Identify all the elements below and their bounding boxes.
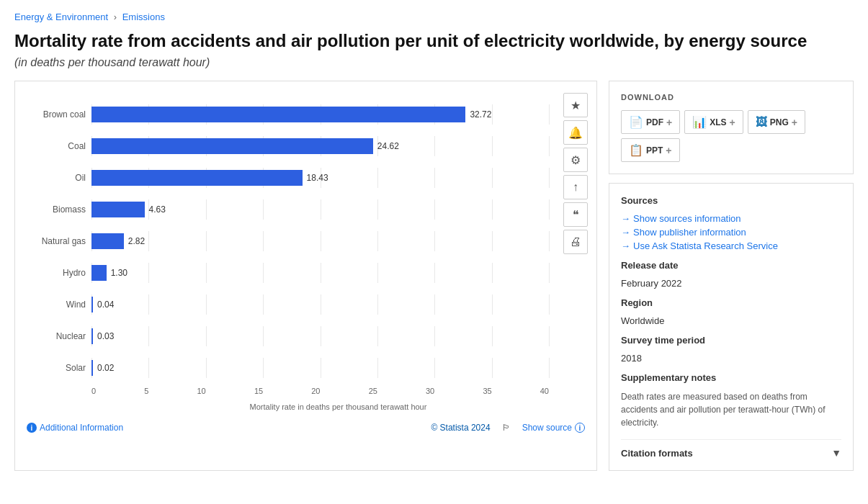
bar-fill — [91, 202, 145, 217]
bar-label: Biomass — [27, 204, 91, 215]
bar-value: 24.62 — [377, 141, 399, 151]
table-row: Oil18.43 — [27, 162, 549, 194]
sources-title: Sources — [621, 195, 841, 206]
table-row: Wind0.04 — [27, 289, 549, 320]
additional-info-link[interactable]: i Additional Information — [27, 423, 123, 433]
table-row: Hydro1.30 — [27, 257, 549, 289]
ppt-plus: + — [666, 145, 671, 156]
xls-icon: 📊 — [692, 115, 707, 129]
bar-label: Wind — [27, 300, 91, 310]
bar-value: 4.63 — [149, 204, 166, 215]
table-row: Biomass4.63 — [27, 194, 549, 225]
bar-track: 32.72 — [91, 104, 549, 125]
release-date-title: Release date — [621, 260, 841, 271]
gear-button[interactable]: ⚙ — [563, 148, 588, 172]
show-sources-info-link[interactable]: → Show sources information — [621, 213, 841, 224]
show-publisher-label: Show publisher information — [633, 227, 746, 238]
bar-track: 24.62 — [91, 136, 549, 156]
bar-value: 2.82 — [128, 236, 145, 246]
bookmark-icon: ★ — [571, 99, 581, 112]
citation-title: Citation formats — [621, 448, 693, 459]
bar-label: Nuclear — [27, 331, 91, 341]
quote-button[interactable]: ❝ — [563, 202, 588, 227]
release-date-value: February 2022 — [621, 278, 841, 289]
bar-label: Natural gas — [27, 236, 91, 246]
ppt-label: PPT — [646, 145, 663, 156]
bar-track: 0.02 — [91, 358, 549, 378]
main-content: ★ 🔔 ⚙ ↑ ❝ 🖨 Brown coal32.72C — [14, 81, 854, 471]
table-row: Coal24.62 — [27, 130, 549, 162]
ask-statista-link[interactable]: → Use Ask Statista Research Service — [621, 240, 841, 251]
supplementary-title: Supplementary notes — [621, 372, 841, 383]
arrow-icon-1: → — [621, 213, 630, 224]
breadcrumb-energy[interactable]: Energy & Environment — [14, 12, 108, 22]
ppt-download-button[interactable]: 📋 PPT + — [621, 138, 680, 162]
chart-rows: Brown coal32.72Coal24.62Oil18.43Biomass4… — [27, 93, 549, 384]
x-tick: 35 — [483, 387, 491, 395]
xls-download-button[interactable]: 📊 XLS + — [684, 110, 743, 134]
bar-track: 2.82 — [91, 231, 549, 251]
info-icon: i — [27, 423, 37, 433]
png-download-button[interactable]: 🖼 PNG + — [748, 110, 805, 134]
pdf-download-button[interactable]: 📄 PDF + — [621, 110, 680, 134]
bar-value: 0.02 — [97, 363, 114, 373]
bar-fill — [91, 170, 303, 186]
x-tick: 25 — [369, 387, 377, 395]
sidebar: DOWNLOAD 📄 PDF + 📊 XLS + 🖼 PNG — [609, 81, 854, 471]
bar-label: Brown coal — [27, 109, 91, 120]
bell-button[interactable]: 🔔 — [563, 120, 588, 145]
x-tick: 10 — [197, 387, 206, 395]
region-title: Region — [621, 297, 841, 308]
download-title: DOWNLOAD — [621, 93, 841, 102]
breadcrumb-separator: › — [114, 12, 117, 22]
show-source-link[interactable]: Show source i — [522, 423, 585, 433]
x-tick: 40 — [540, 387, 549, 395]
download-section: DOWNLOAD 📄 PDF + 📊 XLS + 🖼 PNG — [609, 81, 854, 174]
bar-track: 0.03 — [91, 326, 549, 346]
bar-track: 4.63 — [91, 199, 549, 220]
x-tick: 30 — [426, 387, 434, 395]
x-tick: 5 — [144, 387, 148, 395]
bar-track: 0.04 — [91, 294, 549, 315]
info-circle-icon: i — [575, 423, 585, 433]
ask-statista-label: Use Ask Statista Research Service — [633, 240, 778, 251]
xls-label: XLS — [710, 117, 726, 127]
x-axis: 0510152025303540 — [27, 387, 549, 398]
bar-value: 1.30 — [111, 268, 127, 278]
x-tick: 15 — [254, 387, 263, 395]
info-section: Sources → Show sources information → Sho… — [609, 183, 854, 471]
chart-panel: ★ 🔔 ⚙ ↑ ❝ 🖨 Brown coal32.72C — [14, 81, 597, 471]
page-subtitle: (in deaths per thousand terawatt hour) — [14, 56, 854, 69]
bar-track: 1.30 — [91, 263, 549, 283]
breadcrumb: Energy & Environment › Emissions — [14, 12, 854, 22]
breadcrumb-emissions[interactable]: Emissions — [122, 12, 165, 22]
show-source-label: Show source — [522, 423, 572, 433]
bar-value: 32.72 — [470, 109, 491, 120]
table-row: Nuclear0.03 — [27, 320, 549, 352]
bar-track: 18.43 — [91, 168, 549, 188]
bar-fill — [91, 297, 93, 312]
bar-value: 0.04 — [97, 300, 114, 310]
table-row: Brown coal32.72 — [27, 99, 549, 130]
bookmark-button[interactable]: ★ — [563, 93, 588, 117]
share-button[interactable]: ↑ — [563, 175, 588, 199]
bar-label: Coal — [27, 141, 91, 151]
bar-fill — [91, 328, 93, 344]
additional-info-label: Additional Information — [40, 423, 123, 433]
print-button[interactable]: 🖨 — [563, 230, 588, 254]
chart-bottom: i Additional Information © Statista 2024… — [27, 423, 585, 433]
show-publisher-info-link[interactable]: → Show publisher information — [621, 227, 841, 238]
bar-fill — [91, 138, 373, 154]
pdf-icon: 📄 — [629, 115, 643, 129]
bar-label: Oil — [27, 173, 91, 183]
region-value: Worldwide — [621, 315, 841, 326]
table-row: Natural gas2.82 — [27, 225, 549, 257]
print-icon: 🖨 — [570, 235, 581, 248]
arrow-icon-2: → — [621, 227, 630, 238]
chevron-down-icon: ▼ — [831, 447, 841, 459]
bell-icon: 🔔 — [568, 126, 583, 140]
pdf-plus: + — [666, 117, 672, 128]
ppt-icon: 📋 — [629, 143, 643, 157]
x-tick: 0 — [91, 387, 96, 395]
statista-brand: © Statista 2024 — [431, 423, 490, 433]
